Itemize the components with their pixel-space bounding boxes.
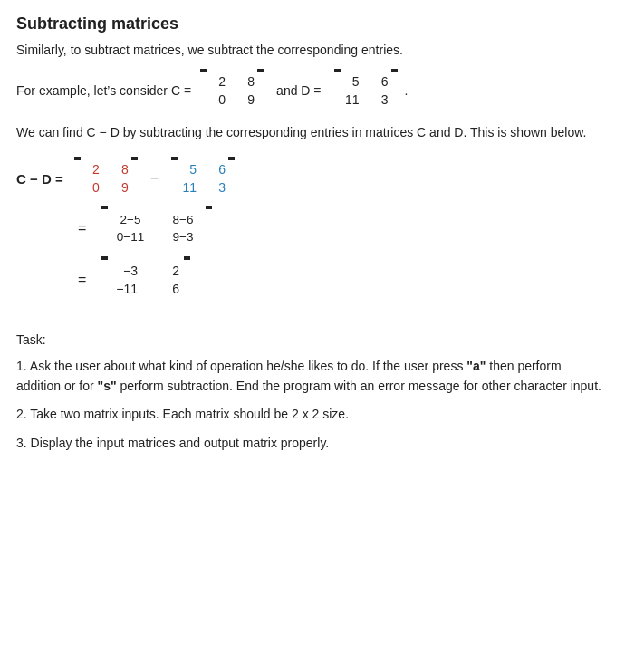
cd-label: C − D = bbox=[16, 171, 63, 187]
matrix-d-grid: 5 6 11 3 bbox=[340, 69, 392, 112]
bold-s: "s" bbox=[98, 379, 117, 393]
s2-r0c1: 8−6 bbox=[165, 213, 201, 226]
page-title: Subtracting matrices bbox=[16, 14, 609, 34]
c-r0c1: 8 bbox=[238, 74, 255, 89]
c-r1c1: 9 bbox=[238, 92, 255, 107]
eq-row-2: = 2−5 8−6 0−11 9−3 bbox=[71, 206, 609, 251]
d-r1c0: 11 bbox=[343, 92, 360, 107]
and-label: and D = bbox=[276, 83, 321, 98]
deq-r0c0: 5 bbox=[180, 162, 197, 177]
matrix-step2-grid: 2−5 8−6 0−11 9−3 bbox=[107, 206, 207, 251]
matrix-step3: −3 2 −11 6 bbox=[98, 256, 194, 303]
matrix-c-eq-grid: 2 8 0 9 bbox=[80, 157, 132, 200]
minus-op: − bbox=[150, 170, 159, 187]
period: . bbox=[405, 83, 409, 98]
matrix-c-grid: 2 8 0 9 bbox=[206, 69, 258, 112]
c-r1c0: 0 bbox=[209, 92, 226, 107]
bold-a: "a" bbox=[466, 359, 486, 373]
s2-r1c0: 0−11 bbox=[112, 230, 149, 244]
s3-r0c0: −3 bbox=[112, 264, 138, 278]
s3-r0c1: 2 bbox=[154, 264, 179, 278]
intro-text: Similarly, to subtract matrices, we subt… bbox=[16, 41, 609, 60]
ceq-r1c0: 0 bbox=[83, 180, 100, 195]
matrix-c-eq: 2 8 0 9 bbox=[71, 157, 141, 200]
task-item-2: 2. Take two matrix inputs. Each matrix s… bbox=[16, 405, 609, 425]
c-r0c0: 2 bbox=[209, 74, 226, 89]
d-r0c0: 5 bbox=[343, 74, 360, 89]
ceq-r0c1: 8 bbox=[112, 162, 129, 177]
matrix-d-eq-grid: 5 6 11 3 bbox=[177, 157, 229, 200]
task-section: Task: 1. Ask the user about what kind of… bbox=[16, 331, 609, 454]
example-intro-text: For example, let’s consider C = bbox=[16, 83, 191, 98]
eq-sign-3: = bbox=[78, 272, 89, 288]
can-find-text: We can find C − D by subtracting the cor… bbox=[16, 123, 609, 142]
ceq-r0c0: 2 bbox=[83, 162, 100, 177]
deq-r1c1: 3 bbox=[209, 180, 226, 195]
eq-row-3: = −3 2 −11 6 bbox=[71, 256, 609, 303]
s2-r1c1: 9−3 bbox=[165, 230, 201, 244]
task-item-1: 1. Ask the user about what kind of opera… bbox=[16, 357, 609, 396]
matrix-step2: 2−5 8−6 0−11 9−3 bbox=[98, 206, 216, 251]
deq-r1c0: 11 bbox=[180, 180, 197, 195]
task-label: Task: bbox=[16, 331, 609, 350]
d-r1c1: 3 bbox=[372, 92, 389, 107]
matrix-c-inline: 2 8 0 9 bbox=[197, 69, 267, 112]
matrix-d-eq: 5 6 11 3 bbox=[168, 157, 238, 200]
task-item-3: 3. Display the input matrices and output… bbox=[16, 434, 609, 454]
matrix-d-inline: 5 6 11 3 bbox=[331, 69, 401, 112]
eq-sign-2: = bbox=[78, 220, 89, 236]
example-line: For example, let’s consider C = 2 8 0 9 … bbox=[16, 69, 609, 112]
deq-r0c1: 6 bbox=[209, 162, 226, 177]
equation-block: C − D = 2 8 0 9 − 5 6 11 3 = bbox=[16, 157, 609, 303]
s3-r1c0: −11 bbox=[112, 282, 138, 296]
ceq-r1c1: 9 bbox=[112, 180, 129, 195]
matrix-step3-grid: −3 2 −11 6 bbox=[107, 256, 185, 303]
d-r0c1: 6 bbox=[372, 74, 389, 89]
eq-row-1: C − D = 2 8 0 9 − 5 6 11 3 bbox=[16, 157, 609, 200]
s3-r1c1: 6 bbox=[154, 282, 179, 296]
s2-r0c0: 2−5 bbox=[112, 213, 149, 226]
